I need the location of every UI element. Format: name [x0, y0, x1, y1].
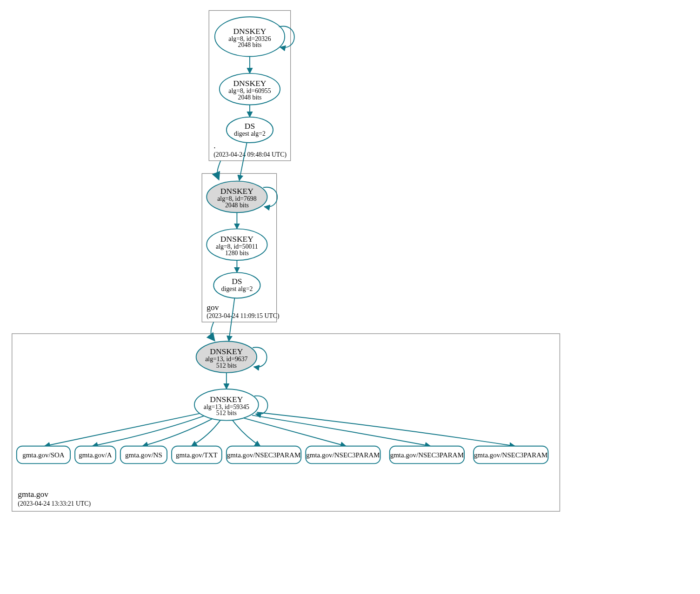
edge-root-ds-to-gov-ksk: [239, 143, 247, 180]
svg-text:gmta.gov/NSEC3PARAM: gmta.gov/NSEC3PARAM: [227, 451, 300, 459]
svg-text:gmta.gov/NSEC3PARAM: gmta.gov/NSEC3PARAM: [306, 451, 380, 459]
record-node-2: gmta.gov/NS: [120, 446, 167, 464]
zone-name-gmta: gmta.gov: [18, 489, 48, 499]
svg-text:gmta.gov/NS: gmta.gov/NS: [125, 451, 162, 459]
svg-text:DNSKEY: DNSKEY: [210, 395, 243, 404]
edge-zsk-to-rec4: [232, 420, 260, 446]
edge-zsk-to-rec3: [192, 420, 221, 446]
svg-text:gmta.gov/NSEC3PARAM: gmta.gov/NSEC3PARAM: [474, 451, 547, 459]
svg-text:DS: DS: [232, 277, 242, 286]
svg-text:DNSKEY: DNSKEY: [233, 79, 266, 88]
edge-zsk-to-rec1: [93, 416, 205, 446]
node-root-zsk: DNSKEY alg=8, id=60955 2048 bits: [220, 73, 280, 105]
svg-text:digest alg=2: digest alg=2: [221, 285, 253, 292]
record-node-0: gmta.gov/SOA: [17, 446, 70, 464]
edge-zsk-to-rec6: [252, 415, 430, 446]
zone-name-root: .: [213, 141, 215, 150]
svg-text:gmta.gov/TXT: gmta.gov/TXT: [176, 451, 218, 459]
svg-text:alg=8, id=50011: alg=8, id=50011: [216, 243, 258, 250]
node-root-ksk: DNSKEY alg=8, id=20326 2048 bits: [215, 17, 285, 56]
svg-text:DNSKEY: DNSKEY: [210, 347, 243, 356]
svg-text:alg=8, id=7698: alg=8, id=7698: [217, 195, 256, 202]
record-node-4: gmta.gov/NSEC3PARAM: [227, 446, 301, 464]
zone-timestamp-gov: (2023-04-24 11:09:15 UTC): [207, 312, 279, 320]
dnssec-chain-diagram: . (2023-04-24 09:48:04 UTC) DNSKEY alg=8…: [5, 5, 700, 594]
svg-text:alg=8, id=60955: alg=8, id=60955: [228, 87, 271, 94]
record-node-6: gmta.gov/NSEC3PARAM: [390, 446, 464, 464]
svg-text:512 bits: 512 bits: [216, 409, 237, 416]
node-root-ds: DS digest alg=2: [227, 117, 273, 143]
node-gmta-ksk: DNSKEY alg=13, id=9637 512 bits: [196, 341, 257, 373]
svg-text:gmta.gov/A: gmta.gov/A: [79, 451, 112, 459]
svg-text:digest alg=2: digest alg=2: [234, 130, 266, 137]
svg-text:gmta.gov/SOA: gmta.gov/SOA: [22, 451, 65, 459]
edge-zsk-to-rec2: [142, 419, 212, 446]
zone-name-gov: gov: [207, 303, 219, 312]
svg-text:DNSKEY: DNSKEY: [233, 26, 266, 36]
edge-zsk-to-rec7: [257, 412, 515, 446]
record-node-3: gmta.gov/TXT: [172, 446, 222, 464]
svg-text:alg=13, id=59345: alg=13, id=59345: [204, 403, 249, 410]
svg-text:alg=8, id=20326: alg=8, id=20326: [228, 35, 271, 42]
zone-timestamp-root: (2023-04-24 09:48:04 UTC): [213, 151, 287, 158]
edge-root-delegation-to-gov: [217, 161, 220, 178]
edge-gov-ds-to-gmta-ksk: [229, 298, 235, 341]
edge-gov-delegation-to-gmta: [211, 322, 214, 340]
node-gov-zsk: DNSKEY alg=8, id=50011 1280 bits: [207, 229, 267, 260]
svg-text:DNSKEY: DNSKEY: [220, 234, 253, 244]
svg-text:2048 bits: 2048 bits: [238, 94, 262, 101]
svg-text:1280 bits: 1280 bits: [225, 250, 249, 257]
svg-text:DS: DS: [245, 121, 255, 131]
svg-text:512 bits: 512 bits: [216, 362, 237, 369]
svg-text:2048 bits: 2048 bits: [225, 202, 249, 209]
node-gov-ksk: DNSKEY alg=8, id=7698 2048 bits: [207, 181, 267, 213]
svg-text:alg=13, id=9637: alg=13, id=9637: [205, 356, 247, 363]
zone-timestamp-gmta: (2023-04-24 13:33:21 UTC): [18, 500, 91, 508]
svg-text:2048 bits: 2048 bits: [238, 41, 262, 48]
record-node-7: gmta.gov/NSEC3PARAM: [473, 446, 548, 464]
svg-text:DNSKEY: DNSKEY: [220, 186, 253, 196]
record-node-1: gmta.gov/A: [75, 446, 116, 464]
edge-zsk-to-rec0: [45, 414, 200, 446]
node-gov-ds: DS digest alg=2: [213, 272, 260, 298]
record-node-5: gmta.gov/NSEC3PARAM: [306, 446, 380, 464]
svg-text:gmta.gov/NSEC3PARAM: gmta.gov/NSEC3PARAM: [390, 451, 464, 459]
zone-box-gmta: [12, 334, 560, 511]
